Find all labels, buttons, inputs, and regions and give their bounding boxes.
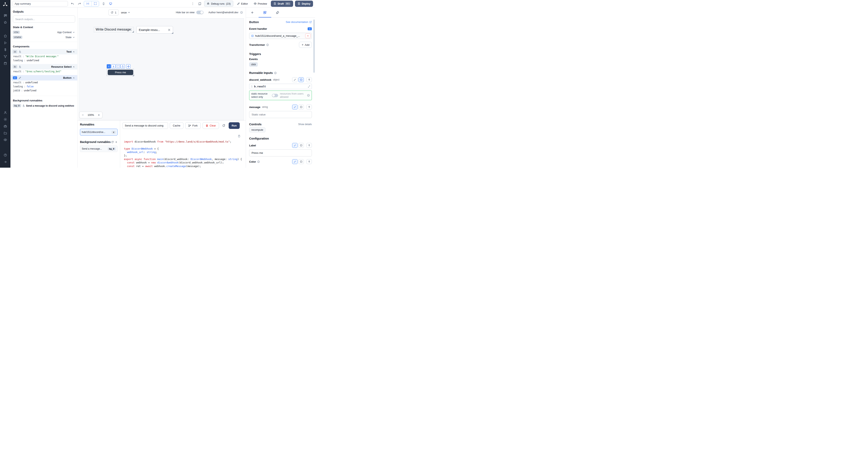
static-mode-pencil-icon[interactable] — [292, 105, 298, 109]
background-runnable-row[interactable]: bg_0 Send a message to discord using web… — [10, 103, 78, 108]
see-documentation-link[interactable]: See documentation — [286, 21, 312, 24]
eval-mode-code-icon[interactable] — [299, 159, 304, 164]
hide-bar-toggle[interactable] — [196, 11, 204, 14]
event-click-chip[interactable]: click — [249, 62, 258, 67]
show-details-link[interactable]: Show details — [298, 123, 312, 126]
resize-handle[interactable] — [172, 32, 173, 34]
redo-icon[interactable] — [77, 1, 82, 6]
background-runnable-item[interactable]: Send a message... bg_0 — [80, 145, 118, 152]
variables-dollar-icon[interactable] — [2, 46, 9, 53]
draft-button[interactable]: Draft ⌘S — [271, 1, 293, 7]
runs-play-icon[interactable] — [2, 40, 9, 46]
move-icon[interactable] — [126, 64, 130, 68]
desktop-view-icon[interactable] — [108, 1, 113, 6]
home-icon[interactable] — [2, 33, 9, 39]
star-icon[interactable] — [2, 19, 9, 25]
anchor-icon[interactable] — [111, 64, 116, 68]
preview-button[interactable]: Preview — [252, 1, 269, 7]
windmill-logo-icon[interactable] — [3, 2, 8, 7]
run-button[interactable]: Run — [229, 122, 240, 129]
editor-button[interactable]: Editor — [235, 1, 250, 7]
connect-plug-icon[interactable] — [306, 105, 312, 109]
eval-input-discord-webhook[interactable]: 1 b.result — [249, 84, 312, 89]
fit-width-icon[interactable] — [84, 1, 91, 6]
connect-plug-icon[interactable] — [306, 77, 312, 82]
debug-runs-count: (23) — [226, 2, 231, 5]
recompute-chip[interactable]: recompute — [249, 128, 266, 132]
component-b-header[interactable]: b Resource Select — [10, 64, 78, 69]
resize-handle[interactable] — [132, 31, 134, 33]
eval-mode-code-icon[interactable] — [299, 77, 304, 82]
mobile-view-icon[interactable] — [101, 1, 106, 6]
state-row[interactable]: state State — [10, 35, 78, 40]
connect-plug-icon[interactable] — [306, 159, 312, 164]
zoom-out-button[interactable]: − — [80, 112, 86, 118]
static-mode-pencil-icon[interactable] — [292, 159, 298, 164]
clear-button[interactable]: Clear — [203, 122, 219, 129]
tab-component-settings[interactable] — [258, 7, 271, 18]
canvas-header: 1 once Hide bar on view Author henri@win… — [78, 7, 246, 18]
text-component[interactable]: Write Discord message: — [94, 27, 134, 32]
resource-mode-toggle[interactable] — [272, 94, 278, 97]
folders-icon[interactable] — [2, 130, 9, 136]
component-c-header[interactable]: c Button — [10, 75, 78, 80]
debug-runs-button[interactable]: Debug runs (23) — [204, 1, 233, 7]
resize-handle[interactable] — [133, 75, 134, 76]
expand-canvas-icon[interactable] — [91, 1, 99, 6]
info-icon[interactable] — [307, 94, 310, 97]
component-a-header[interactable]: a Text — [10, 49, 78, 55]
collapse-arrow-icon[interactable] — [2, 159, 9, 165]
settings-gear-icon[interactable] — [2, 116, 9, 122]
info-icon[interactable] — [274, 72, 277, 74]
attached-runnable[interactable]: hub/1511/discord/send_a_message_... × — [249, 33, 312, 39]
refresh-script-icon[interactable] — [221, 123, 227, 129]
info-icon[interactable] — [257, 160, 260, 163]
eval-mode-code-icon[interactable] — [299, 143, 304, 148]
kanban-icon[interactable] — [2, 12, 9, 19]
scrollbar-thumb[interactable] — [313, 20, 315, 73]
deploy-button[interactable]: Deploy — [295, 1, 313, 7]
code-editor[interactable]: import discordwebhook from "https://deno… — [120, 131, 246, 168]
clear-x-icon[interactable] — [168, 29, 170, 31]
static-mode-pencil-icon[interactable] — [292, 77, 298, 82]
app-summary-input[interactable] — [12, 1, 68, 6]
schedules-calendar-icon[interactable] — [2, 60, 9, 66]
help-icon[interactable] — [2, 152, 9, 158]
undo-icon[interactable] — [70, 1, 75, 6]
app-canvas[interactable]: Write Discord message: Example resou... … — [79, 18, 244, 120]
audit-eye-icon[interactable] — [2, 137, 9, 143]
move-up-icon[interactable] — [121, 64, 125, 68]
expand-component-icon[interactable] — [116, 64, 120, 68]
docs-book-icon[interactable] — [197, 1, 202, 6]
tab-styling[interactable] — [271, 7, 284, 18]
fork-button[interactable]: Fork — [185, 122, 201, 129]
info-icon[interactable] — [240, 11, 243, 14]
refresh-count-group[interactable]: 1 — [108, 9, 119, 15]
press-me-button[interactable]: Press me — [108, 70, 133, 75]
info-icon[interactable] — [266, 43, 269, 46]
static-mode-pencil-icon[interactable] — [292, 143, 298, 148]
script-title-input[interactable] — [123, 122, 168, 129]
workers-toolbox-icon[interactable] — [2, 123, 9, 129]
frequency-select[interactable]: once — [121, 11, 130, 14]
runnable-item-selected[interactable]: hub/1511/discord/se... c — [80, 129, 118, 135]
resource-select-component[interactable]: Example resou... — [136, 26, 173, 34]
add-background-runnable-icon[interactable] — [115, 141, 118, 143]
search-outputs-input[interactable] — [13, 15, 75, 23]
component-badge: c — [308, 27, 312, 30]
add-transformer-button[interactable]: Add — [299, 42, 312, 48]
apps-graph-icon[interactable] — [2, 54, 9, 59]
zoom-in-button[interactable]: + — [95, 112, 102, 118]
ctx-row[interactable]: ctx App Context — [10, 30, 78, 35]
label-config-input[interactable] — [249, 150, 312, 156]
cache-button[interactable]: Cache — [170, 122, 183, 129]
expand-editor-icon[interactable] — [308, 85, 310, 88]
copy-code-icon[interactable] — [238, 135, 241, 137]
message-static-input[interactable] — [249, 111, 312, 118]
connect-plug-icon[interactable] — [306, 143, 312, 148]
kebab-menu-icon[interactable]: ⋮ — [190, 1, 195, 6]
detach-runnable-button[interactable]: × — [305, 34, 311, 38]
eval-mode-code-icon[interactable] — [299, 105, 304, 109]
tab-insert-component[interactable] — [246, 7, 258, 18]
user-icon[interactable] — [2, 109, 9, 116]
